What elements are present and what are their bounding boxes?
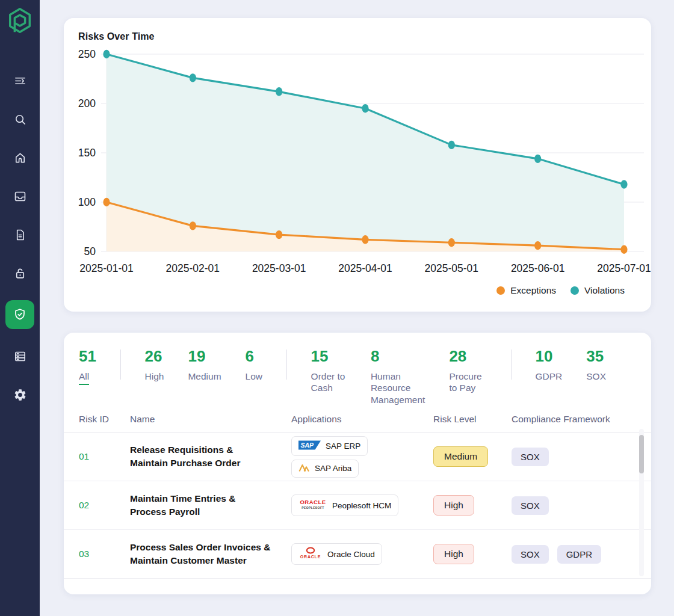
- compliance-cell: SOX: [512, 448, 633, 466]
- column-header-compliance-framework: Compliance Framework: [512, 414, 633, 425]
- stat-label: Procure to Pay: [449, 371, 486, 394]
- stat-label: GDPR: [535, 371, 562, 382]
- stat-filter-order-to-cash[interactable]: 15 Order to Cash: [311, 348, 347, 394]
- stats-divider: [120, 350, 121, 380]
- compliance-cell: SOXGDPR: [512, 545, 633, 564]
- application-chip: ORACLEOracle Cloud: [291, 543, 382, 565]
- stat-label: SOX: [586, 371, 606, 382]
- risk-id: 01: [79, 451, 130, 462]
- legend-item-violations[interactable]: Violations: [570, 285, 625, 296]
- application-chip: ORACLEPEOPLESOFTPeoplesoft HCM: [291, 494, 398, 516]
- stat-value: 35: [586, 348, 606, 364]
- svg-text:2025-06-01: 2025-06-01: [511, 262, 565, 274]
- sidebar-item-shield-check[interactable]: [0, 297, 40, 332]
- table-body: 01 Release Requisitions & Maintain Purch…: [64, 433, 651, 579]
- document-icon: [13, 228, 27, 242]
- legend-dot-icon: [570, 286, 579, 295]
- risk-level-badge: High: [433, 495, 474, 516]
- stat-filter-medium[interactable]: 19 Medium: [188, 348, 221, 382]
- svg-text:2025-01-01: 2025-01-01: [79, 262, 134, 274]
- sidebar-item-document[interactable]: [0, 215, 40, 254]
- app-logo-icon: [5, 6, 34, 35]
- applications-cell: SAPSAP ERPSAP Ariba: [291, 436, 433, 478]
- sidebar-item-data-rows[interactable]: [0, 337, 40, 375]
- framework-badge: GDPR: [557, 545, 601, 564]
- stats-divider: [511, 350, 512, 380]
- svg-text:150: 150: [78, 147, 96, 159]
- chart-title: Risks Over Time: [64, 31, 651, 42]
- main-content: Risks Over Time 250200150100502025-01-01…: [40, 0, 674, 594]
- legend-dot-icon: [496, 286, 505, 295]
- stat-filter-all[interactable]: 51 All: [79, 348, 96, 382]
- application-label: SAP ERP: [326, 442, 360, 451]
- column-header-risk-level: Risk Level: [433, 414, 512, 425]
- table-scrollbar-thumb[interactable]: [639, 435, 644, 473]
- svg-text:2025-02-01: 2025-02-01: [166, 262, 220, 274]
- stat-filter-sox[interactable]: 35 SOX: [586, 348, 606, 382]
- stat-filter-high[interactable]: 26 High: [145, 348, 164, 382]
- sidebar: [0, 0, 40, 616]
- application-label: Peoplesoft HCM: [332, 501, 391, 510]
- stat-filter-gdpr[interactable]: 10 GDPR: [535, 348, 562, 382]
- sidebar-item-settings[interactable]: [0, 375, 40, 414]
- compliance-cell: SOX: [512, 496, 633, 515]
- svg-text:2025-04-01: 2025-04-01: [338, 262, 392, 274]
- table-row[interactable]: 03 Process Sales Order Invoices & Mainta…: [64, 530, 651, 579]
- risks-table-card: 51 All26 High19 Medium6 Low15 Order to C…: [64, 333, 651, 594]
- sidebar-item-home[interactable]: [0, 138, 40, 177]
- data-rows-icon: [13, 350, 27, 363]
- stat-filter-low[interactable]: 6 Low: [246, 348, 262, 382]
- table-row[interactable]: 02 Maintain Time Entries & Process Payro…: [64, 481, 651, 530]
- stat-label: Order to Cash: [311, 371, 347, 394]
- stat-value: 8: [371, 348, 425, 364]
- svg-text:50: 50: [84, 245, 96, 257]
- svg-text:100: 100: [78, 196, 96, 208]
- svg-text:PEOPLESOFT: PEOPLESOFT: [301, 506, 324, 510]
- application-chip: SAPSAP ERP: [291, 436, 368, 456]
- stats-divider: [286, 350, 287, 380]
- applications-cell: ORACLEOracle Cloud: [291, 543, 433, 565]
- lock-icon: [13, 266, 27, 280]
- risk-name: Maintain Time Entries & Process Payroll: [130, 492, 273, 518]
- application-label: Oracle Cloud: [327, 550, 375, 559]
- svg-text:2025-07-01: 2025-07-01: [597, 262, 651, 274]
- stat-value: 15: [311, 348, 347, 364]
- ariba-logo-icon: [298, 463, 310, 474]
- legend-label: Violations: [584, 285, 625, 296]
- risk-name: Process Sales Order Invoices & Maintain …: [130, 541, 273, 567]
- svg-text:SAP: SAP: [301, 441, 315, 448]
- risk-level-badge: High: [433, 544, 474, 564]
- sidebar-item-search[interactable]: [0, 100, 40, 138]
- peoplesoft-logo-icon: ORACLEPEOPLESOFT: [298, 498, 327, 513]
- stat-value: 28: [449, 348, 486, 364]
- risk-level-badge: Medium: [433, 446, 488, 467]
- stats-filter-bar: 51 All26 High19 Medium6 Low15 Order to C…: [64, 333, 651, 406]
- home-icon: [13, 151, 27, 165]
- framework-badge: SOX: [512, 448, 549, 466]
- stat-filter-human-resource-management[interactable]: 8 Human Resource Management: [371, 348, 425, 405]
- column-header-risk-id: Risk ID: [79, 414, 130, 425]
- legend-item-exceptions[interactable]: Exceptions: [496, 285, 556, 296]
- svg-text:2025-05-01: 2025-05-01: [425, 262, 479, 274]
- sidebar-item-collapse-menu[interactable]: [0, 61, 40, 100]
- legend-label: Exceptions: [510, 285, 556, 296]
- applications-cell: ORACLEPEOPLESOFTPeoplesoft HCM: [291, 494, 433, 516]
- svg-text:200: 200: [78, 97, 96, 109]
- stat-value: 26: [145, 348, 164, 364]
- table-scrollbar[interactable]: [639, 429, 644, 576]
- risks-over-time-chart: 250200150100502025-01-012025-02-012025-0…: [64, 43, 651, 285]
- sidebar-nav: [0, 61, 40, 414]
- risk-name: Release Requisitions & Maintain Purchase…: [130, 443, 273, 469]
- table-row[interactable]: 01 Release Requisitions & Maintain Purch…: [64, 433, 651, 481]
- framework-badge: SOX: [512, 496, 549, 515]
- stat-value: 51: [79, 348, 96, 364]
- sidebar-item-lock[interactable]: [0, 254, 40, 292]
- sidebar-item-inbox[interactable]: [0, 177, 40, 215]
- risks-over-time-card: Risks Over Time 250200150100502025-01-01…: [64, 18, 651, 312]
- stat-filter-procure-to-pay[interactable]: 28 Procure to Pay: [449, 348, 486, 394]
- chart-legend: ExceptionsViolations: [64, 285, 651, 296]
- search-icon: [13, 112, 27, 126]
- svg-text:ORACLE: ORACLE: [300, 499, 326, 505]
- risk-id: 03: [79, 549, 130, 559]
- oracle-logo-icon: ORACLE: [298, 547, 323, 561]
